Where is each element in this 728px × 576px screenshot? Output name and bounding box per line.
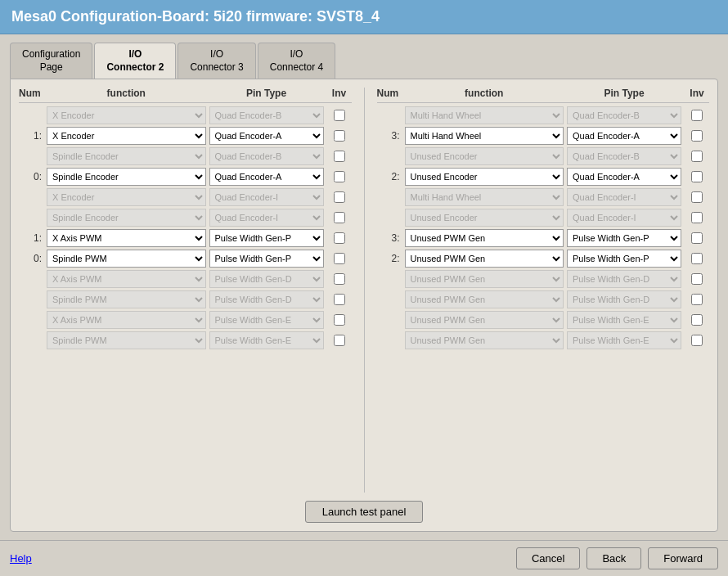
inv-checkbox[interactable] — [691, 294, 703, 305]
function-select[interactable]: Unused Encoder — [405, 168, 564, 186]
inv-checkbox[interactable] — [334, 151, 345, 162]
inv-checkbox[interactable] — [334, 212, 345, 223]
function-select[interactable]: Spindle Encoder — [47, 147, 206, 165]
title-bar: Mesa0 Configuration-Board: 5i20 firmware… — [0, 0, 728, 34]
pintype-select[interactable]: Quad Encoder-B — [209, 147, 324, 165]
row-num: 1: — [19, 130, 43, 142]
function-select[interactable]: Unused PWM Gen — [405, 331, 564, 349]
pintype-select[interactable]: Quad Encoder-I — [209, 209, 324, 227]
pintype-select[interactable]: Quad Encoder-A — [209, 168, 324, 186]
function-select[interactable]: Spindle Encoder — [47, 209, 206, 227]
pintype-select[interactable]: Pulse Width Gen-E — [567, 311, 681, 329]
function-select[interactable]: X Axis PWM — [47, 229, 206, 247]
inv-checkbox[interactable] — [334, 314, 345, 326]
help-button[interactable]: Help — [10, 552, 32, 565]
function-select[interactable]: X Axis PWM — [47, 311, 206, 329]
pintype-select[interactable]: Quad Encoder-I — [567, 188, 681, 206]
pintype-select[interactable]: Quad Encoder-I — [567, 209, 681, 227]
function-select[interactable]: X Encoder — [47, 106, 206, 124]
row-num: 1: — [19, 232, 43, 244]
pintype-select[interactable]: Pulse Width Gen-D — [567, 270, 681, 288]
inv-checkbox[interactable] — [691, 171, 703, 182]
right-header-function: function — [405, 88, 564, 99]
launch-test-panel-button[interactable]: Launch test panel — [305, 501, 424, 523]
inv-checkbox[interactable] — [691, 253, 703, 264]
inv-checkbox[interactable] — [334, 253, 345, 264]
inv-checkbox[interactable] — [334, 110, 345, 121]
function-select[interactable]: Multi Hand Wheel — [405, 188, 564, 206]
pintype-select[interactable]: Quad Encoder-A — [209, 127, 324, 145]
pintype-select[interactable]: Pulse Width Gen-D — [209, 270, 324, 288]
pintype-select[interactable]: Pulse Width Gen-P — [209, 229, 324, 247]
row-num: 0: — [19, 253, 43, 264]
pintype-select[interactable]: Quad Encoder-B — [567, 106, 681, 124]
inv-checkbox[interactable] — [334, 335, 345, 346]
pintype-select[interactable]: Quad Encoder-A — [567, 168, 681, 186]
inv-checkbox[interactable] — [334, 191, 345, 203]
inv-checkbox[interactable] — [691, 335, 703, 346]
inv-checkbox[interactable] — [691, 151, 703, 162]
inv-checkbox[interactable] — [691, 212, 703, 223]
function-select[interactable]: Unused PWM Gen — [405, 250, 564, 268]
tab-config[interactable]: ConfigurationPage — [10, 43, 92, 79]
table-row: 0:Spindle PWMPulse Width Gen-P — [19, 250, 352, 268]
inv-checkbox[interactable] — [691, 191, 703, 203]
inv-checkbox[interactable] — [334, 130, 345, 142]
function-select[interactable]: Spindle PWM — [47, 290, 206, 308]
row-num: 2: — [377, 171, 402, 182]
pintype-select[interactable]: Quad Encoder-I — [209, 188, 324, 206]
pintype-select[interactable]: Pulse Width Gen-P — [567, 250, 681, 268]
function-select[interactable]: Spindle PWM — [47, 250, 206, 268]
back-button[interactable]: Back — [586, 547, 641, 569]
pintype-select[interactable]: Quad Encoder-A — [567, 127, 681, 145]
function-select[interactable]: Unused Encoder — [405, 147, 564, 165]
function-select[interactable]: Unused PWM Gen — [405, 270, 564, 288]
table-row: X Axis PWMPulse Width Gen-D — [19, 270, 352, 288]
inv-checkbox[interactable] — [334, 232, 345, 244]
tab-conn4[interactable]: I/OConnector 4 — [258, 43, 335, 79]
pintype-select[interactable]: Quad Encoder-B — [209, 106, 324, 124]
inv-checkbox[interactable] — [691, 232, 703, 244]
forward-button[interactable]: Forward — [648, 547, 718, 569]
cancel-button[interactable]: Cancel — [516, 547, 580, 569]
inv-checkbox[interactable] — [691, 110, 703, 121]
tab-bar: ConfigurationPage I/OConnector 2 I/OConn… — [10, 43, 718, 79]
function-select[interactable]: Unused PWM Gen — [405, 311, 564, 329]
inv-checkbox[interactable] — [691, 314, 703, 326]
pintype-select[interactable]: Quad Encoder-B — [567, 147, 681, 165]
function-select[interactable]: Multi Hand Wheel — [405, 106, 564, 124]
pintype-select[interactable]: Pulse Width Gen-D — [209, 290, 324, 308]
table-row: X EncoderQuad Encoder-I — [19, 188, 352, 206]
function-select[interactable]: X Encoder — [47, 127, 206, 145]
function-select[interactable]: Unused PWM Gen — [405, 290, 564, 308]
tab-conn2[interactable]: I/OConnector 2 — [94, 43, 176, 79]
function-select[interactable]: Spindle Encoder — [47, 168, 206, 186]
tab-conn3[interactable]: I/OConnector 3 — [178, 43, 255, 79]
pintype-select[interactable]: Pulse Width Gen-D — [567, 290, 681, 308]
inv-checkbox[interactable] — [334, 171, 345, 182]
pintype-select[interactable]: Pulse Width Gen-E — [567, 331, 681, 349]
row-num: 0: — [19, 171, 43, 182]
function-select[interactable]: X Axis PWM — [47, 270, 206, 288]
pintype-select[interactable]: Pulse Width Gen-P — [209, 250, 324, 268]
function-select[interactable]: Multi Hand Wheel — [405, 127, 564, 145]
right-header-pintype: Pin Type — [567, 88, 681, 99]
table-row: 3:Unused PWM GenPulse Width Gen-P — [377, 229, 710, 247]
right-header-inv: Inv — [685, 88, 709, 99]
table-row: Multi Hand WheelQuad Encoder-B — [377, 106, 710, 124]
inv-checkbox[interactable] — [691, 130, 703, 142]
function-select[interactable]: Spindle PWM — [47, 331, 206, 349]
table-row: Unused PWM GenPulse Width Gen-D — [377, 290, 710, 308]
pintype-select[interactable]: Pulse Width Gen-E — [209, 331, 324, 349]
left-rows: X EncoderQuad Encoder-B1:X EncoderQuad E… — [19, 106, 352, 349]
pintype-select[interactable]: Pulse Width Gen-P — [567, 229, 681, 247]
inv-checkbox[interactable] — [334, 294, 345, 305]
function-select[interactable]: Unused Encoder — [405, 209, 564, 227]
inv-checkbox[interactable] — [691, 273, 703, 285]
function-select[interactable]: Unused PWM Gen — [405, 229, 564, 247]
pintype-select[interactable]: Pulse Width Gen-E — [209, 311, 324, 329]
inv-checkbox[interactable] — [334, 273, 345, 285]
left-header-pintype: Pin Type — [209, 88, 324, 99]
left-header-num: Num — [19, 88, 43, 99]
function-select[interactable]: X Encoder — [47, 188, 206, 206]
